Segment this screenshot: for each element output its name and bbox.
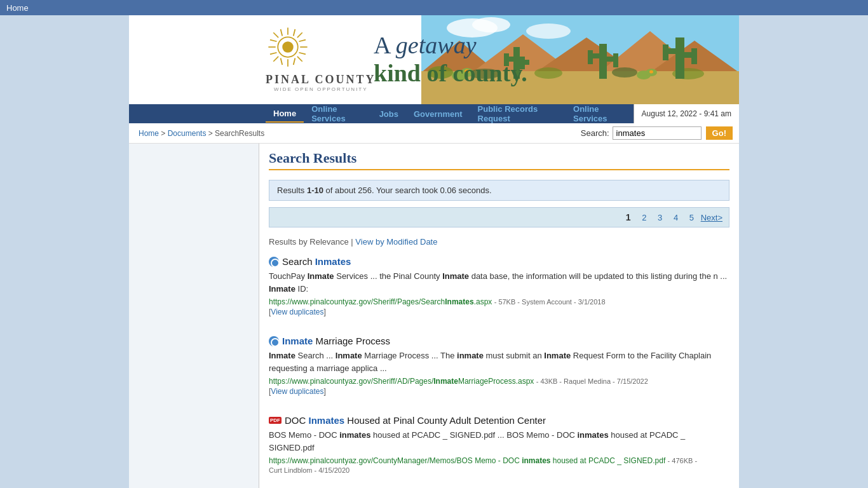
svg-rect-22 (588, 50, 593, 64)
nav-home[interactable]: Home (266, 105, 304, 123)
page-layout: Search Results Results 1-10 of about 256… (129, 144, 739, 488)
page-5[interactable]: 5 (686, 212, 698, 223)
nav-public-records[interactable]: Public Records Request (470, 101, 566, 126)
banner: PINAL COUNTY WIDE OPEN OPPORTUNITY A get… (129, 15, 739, 104)
svg-point-35 (649, 71, 653, 74)
web-icon-2 (269, 336, 279, 346)
results-suffix: of about 256. Your search took 0.06 seco… (323, 186, 492, 195)
breadcrumb-current: SearchResults (215, 129, 264, 138)
svg-line-52 (294, 29, 295, 36)
svg-rect-27 (663, 44, 668, 60)
sort-by-date-link[interactable]: View by Modified Date (355, 237, 437, 247)
svg-point-12 (534, 67, 562, 79)
search-area: Search: Go! (581, 126, 733, 140)
page-3[interactable]: 3 (654, 212, 666, 223)
breadcrumb-documents[interactable]: Documents (168, 129, 207, 138)
svg-point-13 (612, 67, 637, 78)
svg-rect-25 (675, 37, 684, 79)
svg-line-48 (270, 40, 277, 42)
left-nav (129, 144, 259, 488)
svg-point-2 (472, 17, 510, 32)
result-link-1[interactable]: Search Inmates (282, 256, 351, 267)
banner-slogan: A getaway kind of county. (374, 31, 527, 87)
sort-bar: Results by Relevance | View by Modified … (269, 237, 729, 247)
county-name-block: PINAL COUNTY WIDE OPEN OPPORTUNITY (266, 73, 376, 92)
results-prefix: Results (277, 186, 307, 195)
svg-point-3 (526, 24, 571, 39)
page-next[interactable]: Next> (701, 213, 722, 222)
nav-government[interactable]: Government (406, 106, 470, 122)
result-dupe-1: [View duplicates] (269, 308, 729, 316)
search-label: Search: (581, 128, 609, 138)
page-1[interactable]: 1 (622, 212, 635, 223)
page-title-bar: Search Results (269, 150, 729, 170)
svg-line-47 (294, 58, 295, 65)
datetime-display: August 12, 2022 - 9:41 am (634, 104, 739, 123)
result-snippet-3: BOS Memo - DOC inmates housed at PCADC _… (269, 429, 729, 454)
logo-area: PINAL COUNTY WIDE OPEN OPPORTUNITY (266, 25, 376, 92)
result-meta-2: - 43KB - Raquel Medina - 7/15/2022 (536, 377, 648, 385)
svg-line-51 (270, 53, 277, 55)
logo-sun (266, 25, 310, 69)
pdf-icon-3: PDF (269, 417, 281, 424)
nav-online-services-1[interactable]: Online Services (304, 101, 372, 126)
main-content: Search Results Results 1-10 of about 256… (259, 144, 739, 488)
svg-point-37 (282, 41, 294, 53)
result-link-2[interactable]: Inmate Marriage Process (282, 336, 390, 346)
svg-line-50 (299, 40, 306, 42)
svg-rect-29 (691, 48, 697, 64)
result-link-3[interactable]: DOC Inmates Housed at Pinal County Adult… (285, 415, 546, 426)
result-url-link-3[interactable]: https://www.pinalcountyaz.gov/CountyMana… (269, 456, 665, 465)
page-2[interactable]: 2 (638, 212, 650, 223)
breadcrumb-home[interactable]: Home (139, 129, 159, 138)
view-duplicates-link-2[interactable]: View duplicates (271, 387, 323, 396)
result-meta-3: - 476KB - (668, 457, 697, 464)
svg-line-53 (281, 58, 283, 65)
result-url-1: https://www.pinalcountyaz.gov/Sheriff/Pa… (269, 297, 729, 306)
svg-line-44 (297, 32, 302, 37)
sort-label: Results by Relevance | (269, 237, 355, 247)
svg-rect-20 (599, 44, 607, 79)
page-4[interactable]: 4 (670, 212, 682, 223)
results-range: 1-10 (307, 186, 323, 195)
top-bar: Home (0, 0, 868, 15)
result-author-3: Curt Lindblom - 4/15/2020 (269, 466, 729, 474)
result-title-2: Inmate Marriage Process (269, 336, 729, 346)
web-icon-1 (269, 257, 279, 267)
result-url-3: https://www.pinalcountyaz.gov/CountyMana… (269, 456, 729, 465)
result-snippet-2: Inmate Search ... Inmate Marriage Proces… (269, 349, 729, 374)
nav-row: Home Online Services Jobs Government Pub… (129, 104, 739, 123)
results-info-bar: Results 1-10 of about 256. Your search t… (269, 180, 729, 201)
pagination-bar: 1 2 3 4 5 Next> (269, 207, 729, 227)
search-input[interactable] (613, 126, 702, 140)
page-title: Search Results (269, 150, 729, 166)
svg-rect-24 (613, 53, 618, 67)
result-url-link-1[interactable]: https://www.pinalcountyaz.gov/Sheriff/Pa… (269, 297, 492, 306)
top-bar-label: Home (6, 3, 29, 13)
nav-jobs[interactable]: Jobs (372, 106, 406, 122)
main-wrapper: PINAL COUNTY WIDE OPEN OPPORTUNITY A get… (129, 15, 739, 488)
svg-line-46 (281, 29, 283, 36)
result-meta-1: - 57KB - System Account - 3/1/2018 (494, 298, 606, 306)
result-url-2: https://www.pinalcountyaz.gov/Sheriff/AD… (269, 377, 729, 386)
svg-line-49 (299, 53, 306, 55)
bc-search-row: Home > Documents > SearchResults Search:… (129, 123, 739, 144)
svg-line-42 (273, 32, 278, 37)
county-name: PINAL COUNTY (266, 73, 376, 86)
result-item-1: Search Inmates TouchPay Inmate Services … (269, 256, 729, 320)
result-item-2: Inmate Marriage Process Inmate Search ..… (269, 336, 729, 399)
svg-line-43 (297, 57, 302, 62)
svg-line-45 (273, 57, 278, 62)
result-dupe-2: [View duplicates] (269, 387, 729, 396)
search-go-button[interactable]: Go! (706, 126, 733, 140)
result-item-3: PDF DOC Inmates Housed at Pinal County A… (269, 415, 729, 478)
county-tagline: WIDE OPEN OPPORTUNITY (266, 86, 376, 92)
nav-links: Home Online Services Jobs Government Pub… (129, 104, 634, 123)
result-snippet-1: TouchPay Inmate Services ... the Pinal C… (269, 270, 729, 295)
breadcrumb: Home > Documents > SearchResults (135, 129, 264, 138)
result-title-3: PDF DOC Inmates Housed at Pinal County A… (269, 415, 729, 426)
result-url-link-2[interactable]: https://www.pinalcountyaz.gov/Sheriff/AD… (269, 377, 534, 386)
nav-online-services-2[interactable]: Online Services (566, 101, 634, 126)
result-title-1: Search Inmates (269, 256, 729, 267)
view-duplicates-link-1[interactable]: View duplicates (271, 308, 323, 316)
